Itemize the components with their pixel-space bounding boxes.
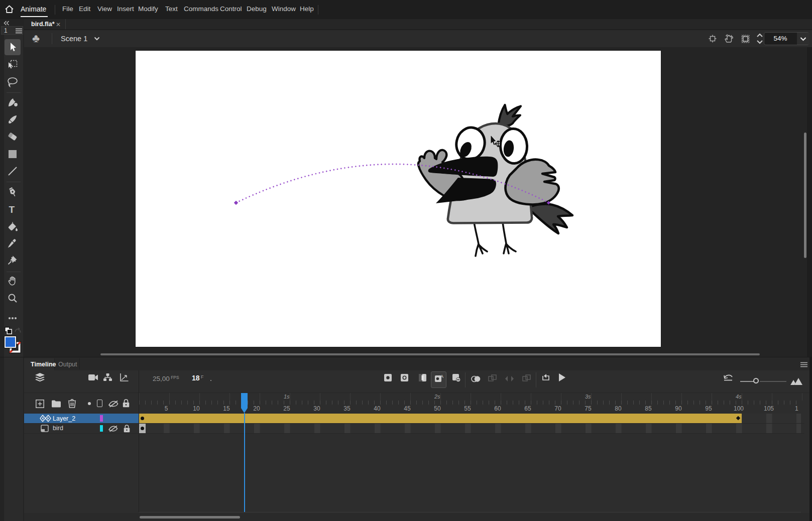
svg-text:A: A (440, 374, 443, 379)
